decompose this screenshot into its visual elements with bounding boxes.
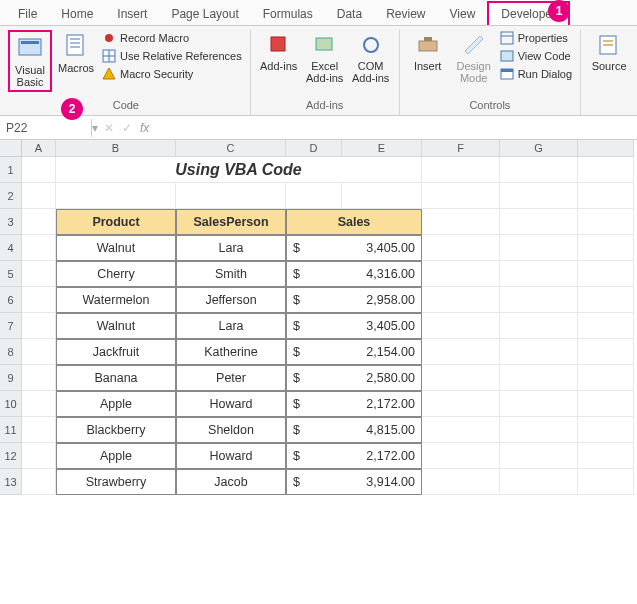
cell[interactable]: Sales	[286, 209, 422, 235]
row-header[interactable]: 3	[0, 209, 22, 235]
worksheet-grid[interactable]: ABCDEFG1Using VBA Code23ProductSalesPers…	[0, 140, 637, 495]
cell[interactable]: 2,958.00	[342, 287, 422, 313]
cell[interactable]	[578, 261, 634, 287]
cell[interactable]: 3,914.00	[342, 469, 422, 495]
row-header[interactable]: 1	[0, 157, 22, 183]
cell[interactable]	[22, 365, 56, 391]
cell[interactable]: Sheldon	[176, 417, 286, 443]
cell[interactable]: Banana	[56, 365, 176, 391]
cell[interactable]: Jackfruit	[56, 339, 176, 365]
cell[interactable]: $	[286, 365, 342, 391]
tab-view[interactable]: View	[438, 3, 488, 25]
cell[interactable]	[500, 209, 578, 235]
cell[interactable]	[22, 469, 56, 495]
cell[interactable]	[500, 313, 578, 339]
cell[interactable]: SalesPerson	[176, 209, 286, 235]
row-header[interactable]: 6	[0, 287, 22, 313]
row-header[interactable]: 8	[0, 339, 22, 365]
cell[interactable]	[22, 209, 56, 235]
run-dialog-button[interactable]: Run Dialog	[498, 66, 574, 82]
cell[interactable]: Blackberry	[56, 417, 176, 443]
row-header[interactable]: 5	[0, 261, 22, 287]
cell[interactable]: 2,580.00	[342, 365, 422, 391]
cell[interactable]	[500, 287, 578, 313]
cell[interactable]	[578, 417, 634, 443]
properties-button[interactable]: Properties	[498, 30, 574, 46]
cell[interactable]	[22, 417, 56, 443]
cell[interactable]	[422, 235, 500, 261]
cell[interactable]: Jefferson	[176, 287, 286, 313]
cell[interactable]: Smith	[176, 261, 286, 287]
cell[interactable]: Katherine	[176, 339, 286, 365]
tab-review[interactable]: Review	[374, 3, 437, 25]
visual-basic-button[interactable]: Visual Basic	[8, 30, 52, 92]
cell[interactable]: $	[286, 339, 342, 365]
row-header[interactable]: 10	[0, 391, 22, 417]
column-header[interactable]	[578, 140, 634, 157]
cell[interactable]	[500, 417, 578, 443]
cell[interactable]	[422, 417, 500, 443]
cell[interactable]	[22, 339, 56, 365]
addins-button[interactable]: Add-ins	[257, 30, 301, 74]
cell[interactable]	[578, 209, 634, 235]
cell[interactable]: Walnut	[56, 313, 176, 339]
tab-file[interactable]: File	[6, 3, 49, 25]
column-header[interactable]: G	[500, 140, 578, 157]
cell[interactable]: Howard	[176, 391, 286, 417]
name-box[interactable]: P22	[0, 119, 92, 137]
cell[interactable]	[500, 391, 578, 417]
cell[interactable]: 3,405.00	[342, 313, 422, 339]
cancel-icon[interactable]: ✕	[104, 121, 114, 135]
com-addins-button[interactable]: COM Add-ins	[349, 30, 393, 86]
cell[interactable]: Product	[56, 209, 176, 235]
cell[interactable]	[578, 365, 634, 391]
row-header[interactable]: 7	[0, 313, 22, 339]
cell[interactable]	[422, 261, 500, 287]
cell[interactable]	[22, 261, 56, 287]
cell[interactable]: 2,154.00	[342, 339, 422, 365]
relative-refs-button[interactable]: Use Relative References	[100, 48, 244, 64]
row-header[interactable]: 13	[0, 469, 22, 495]
cell[interactable]	[578, 443, 634, 469]
cell[interactable]	[500, 339, 578, 365]
cell[interactable]	[56, 183, 176, 209]
row-header[interactable]: 2	[0, 183, 22, 209]
cell[interactable]	[578, 235, 634, 261]
cell[interactable]: 4,815.00	[342, 417, 422, 443]
cell[interactable]	[578, 287, 634, 313]
cell[interactable]	[578, 469, 634, 495]
cell[interactable]: Howard	[176, 443, 286, 469]
cell[interactable]: Lara	[176, 235, 286, 261]
cell[interactable]	[500, 469, 578, 495]
cell[interactable]	[422, 443, 500, 469]
select-all-corner[interactable]	[0, 140, 22, 157]
column-header[interactable]: A	[22, 140, 56, 157]
row-header[interactable]: 12	[0, 443, 22, 469]
fx-icon[interactable]: fx	[140, 121, 149, 135]
cell[interactable]	[176, 183, 286, 209]
cell[interactable]: $	[286, 313, 342, 339]
cell[interactable]	[578, 183, 634, 209]
cell[interactable]	[500, 261, 578, 287]
row-header[interactable]: 4	[0, 235, 22, 261]
cell[interactable]	[578, 157, 634, 183]
cell[interactable]	[422, 209, 500, 235]
cell[interactable]	[422, 339, 500, 365]
row-header[interactable]: 11	[0, 417, 22, 443]
cell[interactable]	[22, 235, 56, 261]
tab-data[interactable]: Data	[325, 3, 374, 25]
cell[interactable]	[578, 339, 634, 365]
cell[interactable]	[500, 443, 578, 469]
cell[interactable]	[578, 313, 634, 339]
cell[interactable]: 3,405.00	[342, 235, 422, 261]
cell[interactable]: $	[286, 391, 342, 417]
cell[interactable]: 4,316.00	[342, 261, 422, 287]
insert-controls-button[interactable]: Insert	[406, 30, 450, 74]
cell[interactable]: Walnut	[56, 235, 176, 261]
view-code-button[interactable]: View Code	[498, 48, 574, 64]
cell[interactable]: 2,172.00	[342, 443, 422, 469]
column-header[interactable]: C	[176, 140, 286, 157]
cell[interactable]	[422, 469, 500, 495]
cell[interactable]: $	[286, 443, 342, 469]
cell[interactable]: Apple	[56, 443, 176, 469]
